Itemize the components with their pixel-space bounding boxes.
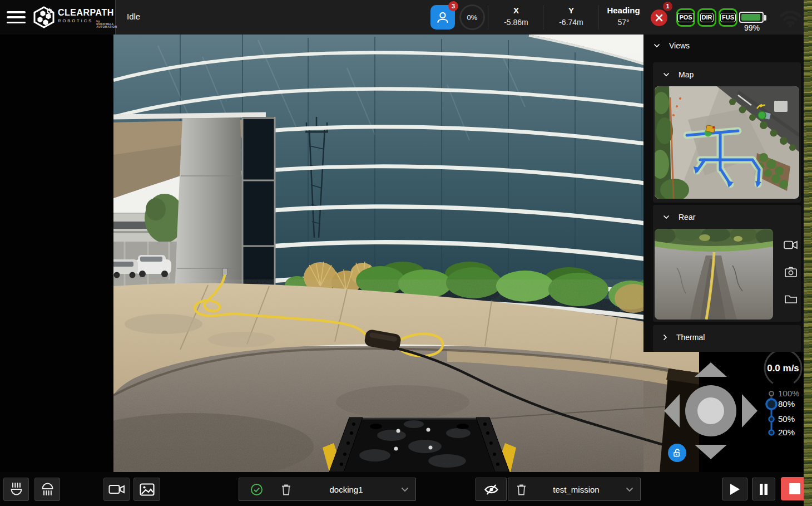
mission-progress-value: 0% (467, 13, 478, 22)
entrance-glazing (242, 117, 275, 295)
rear-section-header[interactable]: Rear (663, 213, 695, 222)
route-name: docking1 (291, 485, 401, 494)
map-title: Map (679, 70, 694, 79)
mission-progress-ring: 0% (459, 4, 485, 30)
slider-stop-50[interactable] (769, 417, 774, 422)
chevron-down-icon (626, 487, 633, 492)
slider-label-80: 80% (778, 399, 795, 409)
image-icon (140, 483, 155, 496)
error-count-badge: 1 (663, 2, 672, 11)
pos-status-chip: POS (676, 8, 695, 27)
views-title: Views (669, 41, 690, 50)
robot-status-text: Idle (127, 12, 140, 21)
route-select[interactable]: docking1 (239, 478, 416, 501)
slider-label-50: 50% (778, 414, 795, 424)
speed-value: 0.0 m/s (767, 363, 799, 374)
brand-division: ROBOTICS (58, 19, 93, 23)
stat-y-label: Y (545, 6, 597, 15)
clearpath-logo-icon (32, 6, 56, 28)
battery-percent: 99% (737, 23, 766, 32)
record-video-button[interactable] (103, 478, 130, 501)
chevron-down-icon (663, 215, 670, 219)
check-circle-icon (250, 483, 263, 496)
top-status-bar: CLEARPATH ROBOTICS by ROCKWELL AUTOMATIO… (0, 0, 804, 35)
joystick-knob[interactable] (697, 397, 724, 424)
map-edge-strip (804, 0, 812, 506)
slider-label-20: 20% (778, 428, 795, 437)
pause-button[interactable] (752, 478, 775, 500)
rear-snapshot-button[interactable] (783, 264, 799, 279)
error-notifications-button[interactable] (651, 9, 667, 26)
teleop-unlock-button[interactable] (668, 444, 686, 462)
fus-chip-label: FUS (720, 13, 736, 22)
x-icon (655, 14, 663, 22)
dock-marker (758, 111, 766, 119)
lights-raised-button[interactable] (3, 478, 29, 501)
stat-heading-label: Heading (600, 6, 647, 15)
fus-status-chip: FUS (719, 8, 737, 27)
slider-handle-80[interactable] (766, 399, 776, 409)
pos-chip-label: POS (677, 13, 694, 22)
battery-icon (739, 12, 764, 23)
mission-select[interactable]: test_mission (508, 478, 641, 501)
map-thumbnail[interactable] (655, 86, 799, 199)
video-camera-icon (108, 484, 125, 495)
brand-name: CLEARPATH (58, 8, 117, 17)
stat-y-value: -6.74m (545, 18, 597, 27)
menu-button[interactable] (7, 11, 26, 23)
map-aerial-scene (655, 86, 799, 199)
divider (488, 5, 488, 30)
beacon-rays-down-icon (39, 482, 56, 497)
localization-status-chips: POS DIR FUS (676, 8, 737, 27)
thermal-title: Thermal (676, 333, 705, 342)
views-section-header[interactable]: Views (653, 41, 690, 50)
slider-label-100: 100% (778, 389, 799, 398)
open-padlock-icon (672, 448, 682, 458)
stat-x-value: -5.86m (490, 18, 542, 27)
folder-icon (785, 294, 797, 303)
dir-status-chip: DIR (697, 8, 716, 27)
mission-visibility-button[interactable] (476, 478, 507, 501)
rear-camera-scene (655, 229, 773, 320)
entrance-column (175, 118, 244, 296)
dir-chip-label: DIR (700, 13, 714, 22)
battery-fill (741, 14, 760, 21)
photo-camera-icon (785, 267, 797, 277)
stop-icon (789, 483, 800, 494)
stat-heading-value: 57° (600, 18, 647, 27)
slider-stop-100[interactable] (769, 391, 774, 396)
stat-x-label: X (490, 6, 542, 15)
trash-icon[interactable] (281, 484, 291, 495)
rear-media-folder-button[interactable] (783, 291, 799, 306)
snapshot-button[interactable] (133, 478, 160, 501)
trash-icon[interactable] (516, 484, 527, 495)
stat-y: Y -6.74m (545, 6, 597, 27)
operators-count-badge: 3 (448, 1, 458, 11)
slider-stop-20[interactable] (769, 430, 774, 435)
thermal-section-header[interactable]: Thermal (663, 333, 705, 342)
left-gutter (0, 35, 113, 472)
joystick-left-arrow[interactable] (664, 394, 680, 428)
battery-nub (764, 15, 766, 21)
divider (543, 5, 543, 30)
views-panel: Views Map (643, 35, 804, 352)
chevron-right-icon (663, 334, 667, 341)
map-section-header[interactable]: Map (663, 70, 694, 79)
divider (598, 5, 598, 30)
play-button[interactable] (722, 478, 747, 500)
chevron-down-icon (653, 43, 660, 48)
play-icon (729, 483, 741, 496)
rear-record-video-button[interactable] (783, 238, 799, 252)
brand-byline: by ROCKWELL AUTOMATION (96, 20, 117, 28)
rear-camera-thumbnail[interactable] (655, 229, 773, 320)
pause-icon (759, 483, 769, 495)
person-icon (435, 10, 450, 24)
outdoornav-app: CLEARPATH ROBOTICS by ROCKWELL AUTOMATIO… (0, 0, 812, 506)
rear-card: Rear (653, 205, 801, 322)
map-card: Map (653, 62, 801, 203)
stat-x: X -5.86m (490, 6, 542, 27)
mission-name: test_mission (527, 485, 626, 494)
chevron-down-icon (663, 72, 670, 77)
lights-lowered-button[interactable] (34, 478, 60, 501)
stat-heading: Heading 57° (600, 6, 647, 27)
